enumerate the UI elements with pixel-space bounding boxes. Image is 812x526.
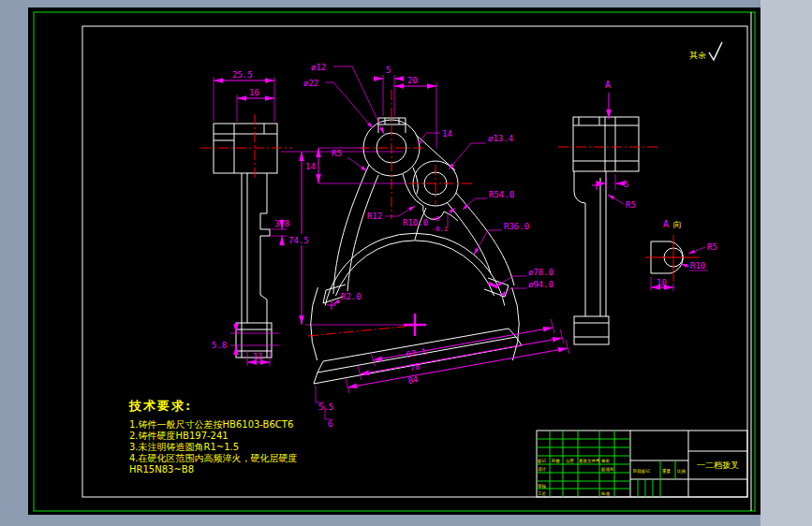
dim-fillet-r5: R5 — [332, 149, 342, 158]
dim-left-width: 25.5 — [232, 70, 253, 80]
section-arrow-label: A — [605, 80, 611, 90]
tb-label-zhongliang: 重量 — [662, 468, 672, 474]
tb-label-fenqu: 分区 — [566, 458, 575, 463]
tb-label-genggai: 更改文件号 — [579, 458, 600, 463]
tb-label-biaozhunhua: 标准化 — [600, 466, 614, 473]
dim-right-gap-5: 5 — [624, 180, 628, 189]
tech-req-line-5: HR15N83~B8 — [129, 464, 194, 475]
detail-radius-r10: R10 — [690, 261, 705, 270]
dim-step-5-5: 5.5 — [318, 402, 333, 412]
dim-dia-boss: ø22 — [303, 79, 318, 88]
viewer-right-panel — [760, 0, 812, 526]
dim-r10-tol-upper: +0 — [432, 215, 439, 223]
dim-left-height: 74.5 — [288, 236, 309, 245]
dim-offset-14: 14 — [305, 162, 316, 171]
tb-label-gongyi: 工艺 — [538, 490, 547, 496]
dim-left-hub-width: 16 — [249, 88, 259, 97]
tb-label-jieduan: 阶段标记 — [633, 468, 651, 475]
dim-width-84: 84 — [407, 374, 419, 386]
dim-radius-r10: R10.0 — [403, 218, 428, 227]
dim-radius-r36: R36.0 — [504, 222, 529, 231]
tb-label-chushu: 处数 — [552, 458, 561, 463]
tech-req-line-1: 1.铸件一般尺寸公差按HB6103-B6CT6 — [129, 419, 293, 430]
detail-fillet-r5: R5 — [707, 242, 717, 252]
dim-step-6: 6 — [328, 419, 332, 429]
dim-width-78: 78 — [409, 361, 421, 373]
dim-stub-width: 5 — [386, 66, 391, 75]
tb-label-qianming: 签名 — [601, 459, 610, 463]
tb-label-pizhun: 批准 — [600, 491, 611, 496]
tech-req-line-2: 2.铸件硬度HB197-241 — [129, 431, 229, 441]
dim-dia-outer: ø94.0 — [528, 280, 554, 289]
tech-req-line-4: 4.在硬化区范围内高频淬火，硬化层硬度 — [129, 453, 298, 463]
dim-center-dist: 20 — [407, 76, 418, 85]
dim-r10-tol-lower: -0.1 — [432, 226, 448, 233]
tb-label-sheji: 设计 — [538, 466, 547, 472]
dim-dia-top: ø12 — [311, 63, 326, 72]
dim-left-foot-step: 5.8 — [212, 341, 227, 350]
tb-label-biaoji: 标记 — [537, 458, 547, 464]
detail-width-10: 10 — [657, 278, 667, 287]
cad-drawing-viewport: 其余 25.5 16 3.8 74.5 — [0, 0, 812, 526]
tb-label-shenhe: 审核 — [538, 484, 547, 489]
surface-note-label: 其余 — [689, 51, 706, 60]
dim-left-step: 3.8 — [274, 219, 289, 228]
dim-right-fillet-r5: R5 — [626, 200, 636, 210]
dim-dia-hole: ø13.4 — [488, 134, 513, 143]
tech-req-line-3: 3.未注明铸造圆角R1~1.5 — [129, 442, 239, 452]
tb-part-name: 一二档拨叉 — [697, 460, 739, 470]
detail-label-xiang: 向 — [673, 220, 682, 229]
dim-fillet-r2: R2.0 — [341, 292, 362, 301]
detail-label-a: A — [663, 219, 669, 229]
dim-lead-14: 14 — [442, 129, 452, 139]
dim-left-foot-width: 11 — [253, 352, 263, 361]
tech-req-title: 技术要求: — [128, 399, 192, 413]
dim-fillet-r12: R12 — [367, 212, 382, 221]
dim-radius-r54: R54.0 — [489, 190, 514, 199]
dim-dia-inner: ø78.0 — [528, 268, 554, 277]
